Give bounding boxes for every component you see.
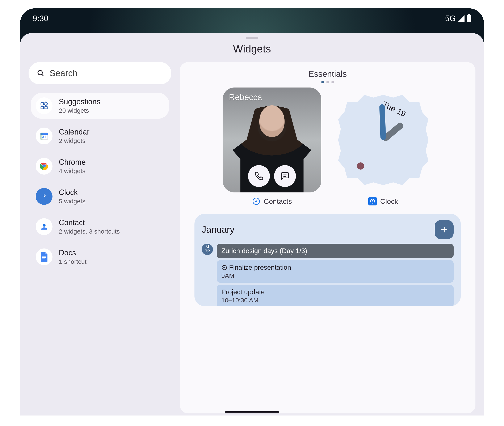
sidebar-sub: 20 widgets xyxy=(59,107,100,114)
calendar-event[interactable]: Finalize presentation 9AM xyxy=(217,260,454,283)
device-frame: 9:30 5G Widgets Search xyxy=(20,8,484,416)
sidebar-label: Contact xyxy=(59,218,120,227)
svg-line-1 xyxy=(42,74,43,76)
gesture-nav-bar[interactable] xyxy=(225,411,279,413)
svg-rect-19 xyxy=(42,259,45,259)
plus-icon xyxy=(440,225,448,234)
svg-point-26 xyxy=(222,265,227,270)
sheet-title: Widgets xyxy=(20,43,484,55)
clock-label-icon xyxy=(368,197,377,206)
svg-rect-4 xyxy=(45,106,47,109)
sidebar: Search Suggestions 20 widgets xyxy=(29,62,171,413)
widget-picker-sheet: Widgets Search xyxy=(20,33,484,416)
sidebar-item-calendar[interactable]: 31 Calendar 2 widgets xyxy=(31,123,169,149)
sheet-drag-handle[interactable] xyxy=(246,37,258,39)
svg-rect-3 xyxy=(41,106,43,109)
status-time: 9:30 xyxy=(33,14,48,23)
sidebar-label: Clock xyxy=(59,188,86,197)
message-button[interactable] xyxy=(274,165,296,187)
sidebar-item-chrome[interactable]: Chrome 4 widgets xyxy=(31,153,169,179)
sidebar-item-contact[interactable]: Contact 2 widgets, 3 shortcuts xyxy=(31,214,169,240)
clock-widget-label: Clock xyxy=(380,197,398,206)
check-circle-icon xyxy=(221,265,227,270)
widgets-icon xyxy=(36,97,52,114)
calendar-widget[interactable]: January M 22 Zu xyxy=(194,214,461,306)
calendar-app-icon: 31 xyxy=(36,128,52,144)
sidebar-label: Docs xyxy=(59,248,86,257)
section-title: Essentials xyxy=(188,69,467,79)
status-bar: 9:30 5G xyxy=(20,8,484,28)
second-dot xyxy=(357,163,364,170)
contact-widget-label: Contacts xyxy=(264,197,292,206)
chrome-app-icon xyxy=(36,158,52,175)
clock-date: Tue 19 xyxy=(381,100,407,119)
message-icon xyxy=(280,171,290,181)
clock-app-icon xyxy=(36,188,52,205)
phone-icon xyxy=(254,171,264,181)
signal-icon xyxy=(458,15,465,22)
search-icon xyxy=(37,70,44,77)
call-button[interactable] xyxy=(248,165,270,187)
calendar-date-badge: M 22 xyxy=(202,244,213,255)
svg-point-12 xyxy=(43,165,45,167)
pager-dots[interactable] xyxy=(188,81,467,83)
sidebar-item-suggestions[interactable]: Suggestions 20 widgets xyxy=(31,93,169,119)
sidebar-label: Suggestions xyxy=(59,97,100,106)
svg-text:31: 31 xyxy=(42,135,46,139)
status-network: 5G xyxy=(445,14,456,23)
search-placeholder: Search xyxy=(50,68,78,78)
contacts-label-icon xyxy=(252,197,260,206)
docs-app-icon xyxy=(36,248,52,265)
sidebar-sub: 1 shortcut xyxy=(59,258,86,265)
sidebar-item-docs[interactable]: Docs 1 shortcut xyxy=(31,244,169,270)
clock-widget[interactable]: Tue 19 xyxy=(334,87,432,192)
calendar-event[interactable]: Project update 10–10:30 AM xyxy=(217,285,454,306)
sidebar-label: Chrome xyxy=(59,158,86,167)
svg-rect-2 xyxy=(41,103,43,105)
svg-rect-18 xyxy=(42,257,46,258)
contact-widget[interactable]: Rebecca xyxy=(223,87,321,192)
sidebar-sub: 4 widgets xyxy=(59,167,86,175)
contact-name: Rebecca xyxy=(229,92,262,102)
sidebar-item-clock[interactable]: Clock 5 widgets xyxy=(31,183,169,209)
battery-icon xyxy=(467,15,471,22)
calendar-event[interactable]: Zurich design days (Day 1/3) xyxy=(217,244,454,258)
search-input[interactable]: Search xyxy=(29,62,171,84)
svg-rect-5 xyxy=(44,102,48,106)
svg-point-16 xyxy=(43,224,46,227)
sidebar-sub: 2 widgets xyxy=(59,137,89,144)
sidebar-label: Calendar xyxy=(59,128,89,136)
sidebar-sub: 5 widgets xyxy=(59,198,86,205)
calendar-add-button[interactable] xyxy=(435,220,454,239)
sidebar-sub: 2 widgets, 3 shortcuts xyxy=(59,228,120,235)
svg-rect-17 xyxy=(42,256,46,256)
widget-preview-panel: Essentials Rebecca xyxy=(180,62,475,413)
contacts-app-icon xyxy=(36,218,52,235)
calendar-month: January xyxy=(202,224,235,235)
svg-point-0 xyxy=(38,71,43,75)
